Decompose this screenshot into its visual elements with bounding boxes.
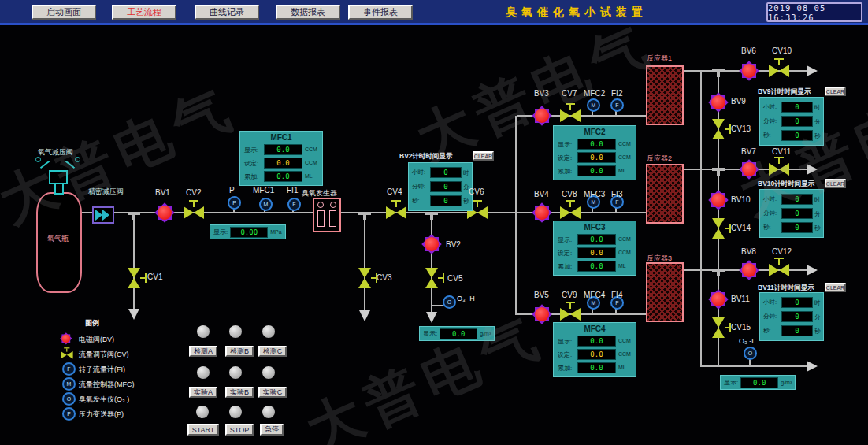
solenoid-valve-bv4[interactable] <box>532 202 552 223</box>
legend-item-label: 流量调节阀(CV) <box>79 350 129 360</box>
indicator-light-estop <box>262 406 275 418</box>
emergency-stop-button[interactable]: 急停 <box>260 424 284 436</box>
cv8-label: CV8 <box>562 190 577 198</box>
bv9-timer-clear-button[interactable]: CLEAR <box>825 87 846 96</box>
legend-flow-controller-icon: M <box>62 377 76 391</box>
legend-item-label: 电磁阀(BV) <box>79 335 114 345</box>
value-display: 0.0 <box>577 152 616 163</box>
regulator-antenna <box>65 161 75 169</box>
solenoid-valve-bv2[interactable] <box>421 234 442 254</box>
vent-arrow-down <box>359 310 370 321</box>
test-b-button[interactable]: 实验B <box>225 387 254 398</box>
cv5-label: CV5 <box>447 274 462 283</box>
row-unit: 时 <box>814 299 821 307</box>
reactor-2 <box>646 164 684 224</box>
bv3-label: BV3 <box>534 89 549 98</box>
fi1-label: FI1 <box>287 186 298 195</box>
tank-label: 氧气瓶 <box>47 234 69 244</box>
mfc1-panel-title: MFC1 <box>240 133 322 142</box>
bv11-timer-clear-button[interactable]: CLEAR <box>825 283 846 292</box>
value-display: 0 <box>781 325 813 336</box>
nav-button-event-report[interactable]: 事件报表 <box>348 5 413 20</box>
mfc2-panel-title: MFC2 <box>554 128 636 136</box>
solenoid-valve-bv3[interactable] <box>532 106 552 126</box>
row-unit: CCM <box>618 141 631 146</box>
nav-button-data-report[interactable]: 数据报表 <box>276 5 340 20</box>
precision-regulator-label: 精密减压阀 <box>88 187 124 197</box>
control-valve-cv8 <box>560 206 581 219</box>
indicator-light-test-a <box>197 366 210 379</box>
cv12-label: CV12 <box>772 247 792 256</box>
solenoid-valve-bv7[interactable] <box>739 159 759 180</box>
legend-item-label: 压力变送器(P) <box>79 410 124 420</box>
row-unit: 分 <box>814 313 821 321</box>
pipe-distribution <box>515 116 517 315</box>
bv8-label: BV8 <box>741 247 756 256</box>
value-display: 0 <box>430 181 462 192</box>
solenoid-valve-bv10[interactable] <box>708 190 729 210</box>
row-unit: CCM <box>305 160 317 165</box>
solenoid-valve-bv8[interactable] <box>739 260 759 280</box>
row-unit: CCM <box>305 146 317 152</box>
start-button[interactable]: START <box>187 424 219 436</box>
ozone-sensor-high-icon: O <box>443 295 456 309</box>
indicator-light-start <box>196 406 209 418</box>
value-display: 0.0 <box>577 261 616 272</box>
control-valve-cv15 <box>712 317 725 338</box>
value-display: 0.0 <box>577 247 616 258</box>
solenoid-valve-bv9[interactable] <box>708 92 729 113</box>
mfc4-label: MFC4 <box>584 291 605 299</box>
solenoid-valve-bv6[interactable] <box>739 61 759 81</box>
cylinder-valve-label: 氧气减压阀 <box>38 147 73 158</box>
display-value: 0.0 <box>440 328 477 339</box>
row-unit: 时 <box>814 196 821 204</box>
control-valve-cv5 <box>425 268 438 288</box>
mfc3-panel-title: MFC3 <box>554 223 636 232</box>
nav-button-curve-record[interactable]: 曲线记录 <box>195 5 259 20</box>
value-display: 0.0 <box>577 349 616 360</box>
tee-fitting <box>425 212 438 215</box>
row-unit: 秒 <box>463 198 469 206</box>
bv10-label: BV10 <box>731 195 750 204</box>
solenoid-valve-bv1[interactable] <box>154 202 175 223</box>
fi4-label: FI4 <box>611 291 622 299</box>
precision-regulator <box>92 206 114 224</box>
rotameter-icon-fi2: F <box>610 98 624 112</box>
reactor-3 <box>646 262 684 322</box>
solenoid-valve-bv11[interactable] <box>708 289 729 310</box>
solenoid-valve-bv5[interactable] <box>532 304 552 324</box>
detect-a-button[interactable]: 检测A <box>189 346 217 357</box>
cv9-label: CV9 <box>562 291 577 299</box>
ozone-sensor-low-icon: O <box>744 347 757 360</box>
bv7-label: BV7 <box>741 147 756 156</box>
indicator-light-detect-c <box>262 325 275 338</box>
mfc1-label: MFC1 <box>253 186 274 195</box>
detect-c-button[interactable]: 检测C <box>258 346 287 357</box>
pipe-bottom-collector <box>702 365 808 367</box>
nav-button-process-flow[interactable]: 工艺流程 <box>112 5 176 20</box>
mfc1-panel: MFC1 显示:0.0CCM 设定:0.0CCM 累加:0.0ML <box>239 131 323 186</box>
bv2-timer-clear-button[interactable]: CLEAR <box>473 151 494 161</box>
row-label: 秒: <box>763 132 771 139</box>
test-c-button[interactable]: 实验C <box>258 387 287 398</box>
cv7-label: CV7 <box>562 89 577 98</box>
tee-fitting <box>712 168 725 171</box>
test-a-button[interactable]: 实验A <box>189 387 217 398</box>
indicator-light-test-b <box>229 366 242 379</box>
control-valve-cv1 <box>128 268 140 288</box>
hmi-screen: 启动画面 工艺流程 曲线记录 数据报表 事件报表 臭氧催化氧小试装置 2019-… <box>0 0 868 445</box>
row-unit: ML <box>618 168 626 173</box>
bv10-timer-clear-button[interactable]: CLEAR <box>825 179 846 188</box>
ozone-generator-label: 臭氧发生器 <box>302 188 337 198</box>
mfc3-label: MFC3 <box>584 190 605 198</box>
control-valve-cv10 <box>769 65 789 77</box>
bv1-label: BV1 <box>155 188 170 197</box>
nav-button-start-screen[interactable]: 启动画面 <box>32 5 96 20</box>
row-unit: 分 <box>814 118 821 126</box>
stop-button[interactable]: STOP <box>225 424 254 436</box>
detect-b-button[interactable]: 检测B <box>225 346 254 357</box>
ozone-low-display: 显示: 0.0 g/m³ <box>720 375 796 390</box>
pipe-cv3-branch <box>364 213 365 313</box>
row-label: 累加: <box>244 172 258 181</box>
legend-rotameter-icon: F <box>62 362 76 376</box>
